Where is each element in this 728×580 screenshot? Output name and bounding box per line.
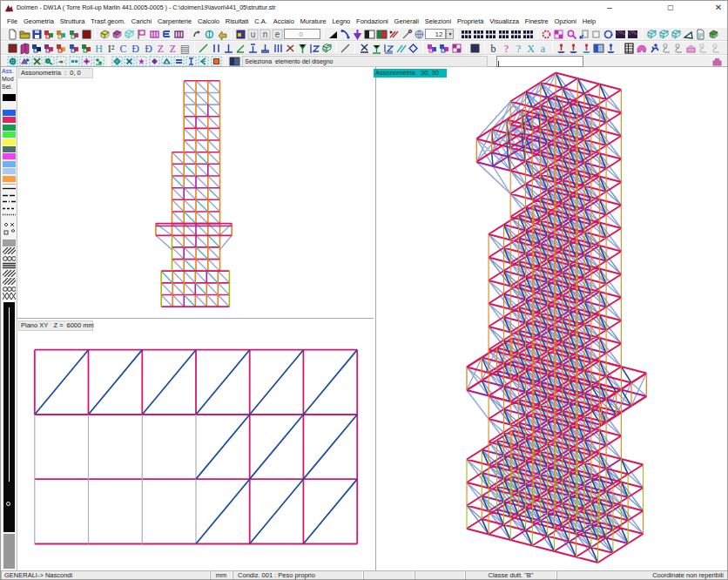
- svg-text:Z: Z: [170, 43, 176, 54]
- svg-text:C: C: [120, 43, 127, 54]
- svg-text:a: a: [541, 43, 546, 54]
- svg-text:Ð: Ð: [132, 43, 140, 54]
- svg-text:H: H: [95, 43, 103, 54]
- svg-text:n: n: [263, 30, 268, 39]
- svg-text:Z: Z: [158, 43, 164, 54]
- svg-text:?: ?: [503, 43, 508, 54]
- svg-text:b: b: [491, 43, 496, 54]
- svg-text:▤: ▤: [180, 43, 190, 54]
- svg-text:I²: I²: [108, 43, 115, 54]
- svg-text:e: e: [275, 30, 280, 39]
- svg-text:u: u: [251, 30, 256, 39]
- svg-text:Ð: Ð: [145, 43, 152, 54]
- svg-text:X: X: [527, 43, 535, 54]
- svg-text:?: ?: [516, 43, 521, 54]
